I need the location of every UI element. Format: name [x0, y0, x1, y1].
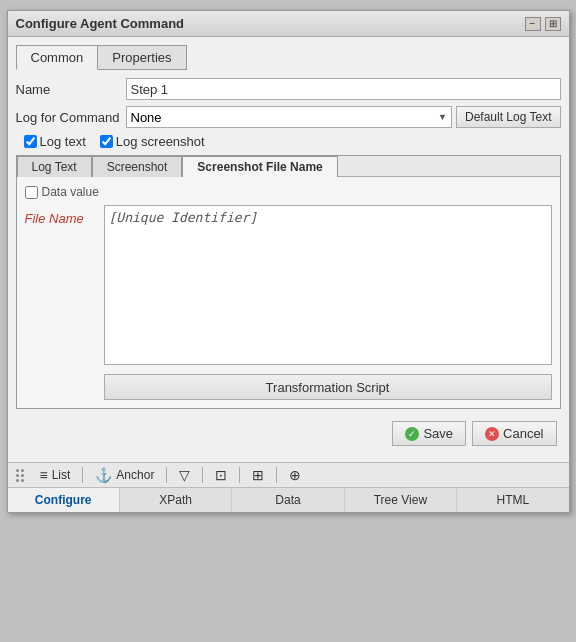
- toolbar-sep-3: [202, 467, 203, 483]
- list-label: List: [52, 468, 71, 482]
- save-check-icon: ✓: [405, 427, 419, 441]
- minimize-button[interactable]: −: [525, 17, 541, 31]
- bottom-tab-tree-view[interactable]: Tree View: [345, 488, 457, 512]
- log-for-command-select-wrap: None: [126, 106, 452, 128]
- toolbar-anchor-item[interactable]: ⚓ Anchor: [95, 467, 154, 483]
- bottom-tab-data[interactable]: Data: [232, 488, 344, 512]
- save-button[interactable]: ✓ Save: [392, 421, 466, 446]
- filter-icon: ▽: [179, 467, 190, 483]
- toolbar-sep-2: [166, 467, 167, 483]
- configure-agent-command-window: Configure Agent Command − ⊞ Common Prope…: [7, 10, 570, 513]
- file-name-area: File Name [Unique Identifier] Transforma…: [25, 205, 552, 400]
- inner-tab-bar: Log Text Screenshot Screenshot File Name: [17, 156, 560, 177]
- crosshair-icon: ⊕: [289, 467, 301, 483]
- data-value-label: Data value: [42, 185, 99, 199]
- inner-tab-screenshot-file-name[interactable]: Screenshot File Name: [182, 156, 337, 177]
- pin-button[interactable]: ⊞: [545, 17, 561, 31]
- bottom-tab-configure[interactable]: Configure: [8, 488, 120, 512]
- window-title: Configure Agent Command: [16, 16, 185, 31]
- action-row: ✓ Save ✕ Cancel: [16, 417, 561, 454]
- table-icon: ⊞: [252, 467, 264, 483]
- data-value-row: Data value: [25, 185, 552, 199]
- log-text-label: Log text: [40, 134, 86, 149]
- tab-properties[interactable]: Properties: [97, 45, 186, 70]
- toolbar-grid-item[interactable]: ⊡: [215, 467, 227, 483]
- inner-tab-log-text[interactable]: Log Text: [17, 156, 92, 177]
- toolbar-filter-item[interactable]: ▽: [179, 467, 190, 483]
- cancel-button[interactable]: ✕ Cancel: [472, 421, 556, 446]
- log-text-check-label[interactable]: Log text: [24, 134, 86, 149]
- bottom-toolbar: ≡ List ⚓ Anchor ▽ ⊡ ⊞ ⊕: [8, 462, 569, 487]
- data-value-checkbox[interactable]: [25, 186, 38, 199]
- list-icon: ≡: [40, 467, 48, 483]
- cancel-label: Cancel: [503, 426, 543, 441]
- log-for-command-group: None Default Log Text: [126, 106, 561, 128]
- anchor-label: Anchor: [116, 468, 154, 482]
- panel-content: Data value File Name [Unique Identifier]…: [17, 177, 560, 408]
- title-bar-buttons: − ⊞: [525, 17, 561, 31]
- toolbar-sep-4: [239, 467, 240, 483]
- inner-tab-screenshot[interactable]: Screenshot: [92, 156, 183, 177]
- log-for-command-select[interactable]: None: [126, 106, 452, 128]
- log-for-command-label: Log for Command: [16, 110, 126, 125]
- log-screenshot-check-label[interactable]: Log screenshot: [100, 134, 205, 149]
- file-name-textarea[interactable]: [Unique Identifier]: [104, 205, 552, 365]
- checkboxes-row: Log text Log screenshot: [16, 134, 561, 149]
- anchor-icon: ⚓: [95, 467, 112, 483]
- log-screenshot-label: Log screenshot: [116, 134, 205, 149]
- toolbar-sep-5: [276, 467, 277, 483]
- content-area: Common Properties Name Log for Command N…: [8, 37, 569, 462]
- name-input[interactable]: [126, 78, 561, 100]
- grid-icon: ⊡: [215, 467, 227, 483]
- toolbar-handle: [16, 469, 24, 482]
- log-for-command-row: Log for Command None Default Log Text: [16, 106, 561, 128]
- title-bar: Configure Agent Command − ⊞: [8, 11, 569, 37]
- transformation-script-button[interactable]: Transformation Script: [104, 374, 552, 400]
- save-label: Save: [423, 426, 453, 441]
- textarea-wrap: [Unique Identifier] Transformation Scrip…: [104, 205, 552, 400]
- tab-common[interactable]: Common: [16, 45, 99, 70]
- toolbar-crosshair-item[interactable]: ⊕: [289, 467, 301, 483]
- main-tab-bar: Common Properties: [16, 45, 561, 70]
- toolbar-table-item[interactable]: ⊞: [252, 467, 264, 483]
- name-label: Name: [16, 82, 126, 97]
- log-screenshot-checkbox[interactable]: [100, 135, 113, 148]
- bottom-tab-xpath[interactable]: XPath: [120, 488, 232, 512]
- bottom-tab-html[interactable]: HTML: [457, 488, 568, 512]
- inner-panel: Log Text Screenshot Screenshot File Name…: [16, 155, 561, 409]
- bottom-nav: Configure XPath Data Tree View HTML: [8, 487, 569, 512]
- toolbar-sep-1: [82, 467, 83, 483]
- toolbar-list-item[interactable]: ≡ List: [40, 467, 71, 483]
- cancel-x-icon: ✕: [485, 427, 499, 441]
- file-name-label: File Name: [25, 205, 100, 226]
- log-text-checkbox[interactable]: [24, 135, 37, 148]
- default-log-text-button[interactable]: Default Log Text: [456, 106, 561, 128]
- name-row: Name: [16, 78, 561, 100]
